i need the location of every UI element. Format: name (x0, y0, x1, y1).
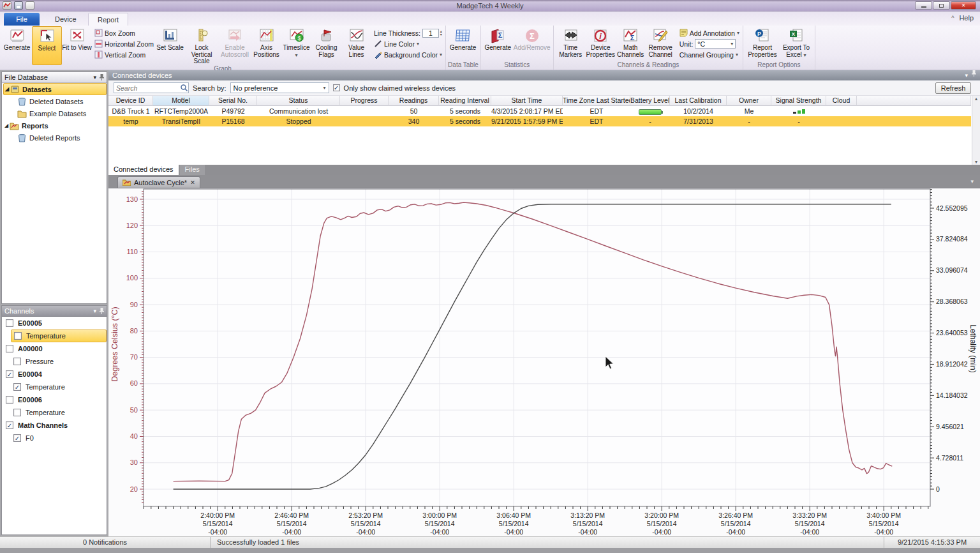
background-color-button[interactable]: Background Color ▾ (374, 50, 442, 59)
pin-icon[interactable] (972, 70, 976, 77)
channel-checkbox[interactable] (6, 319, 13, 327)
close-report-tab-icon[interactable]: ✕ (190, 179, 195, 186)
channel-item-temperature[interactable]: ✓Temperature (11, 381, 107, 393)
box-zoom-button[interactable]: Box Zoom (94, 28, 154, 38)
chart-area[interactable]: 2030405060708090100110120130Degrees Cels… (108, 188, 980, 536)
refresh-button[interactable]: Refresh (935, 82, 971, 94)
help-button[interactable]: Help (959, 14, 974, 22)
channel-checkbox[interactable] (6, 396, 13, 404)
notifications-status[interactable]: 0 Notifications (0, 537, 211, 548)
search-by-select[interactable]: No preference ▾ (230, 82, 329, 93)
tab-file[interactable]: File (4, 13, 40, 26)
channel-checkbox[interactable] (6, 345, 13, 352)
cooling-flags-button[interactable]: Cooling Flags (311, 26, 341, 65)
channel-checkbox[interactable] (13, 358, 21, 365)
channel-item-e00004[interactable]: ✓E00004 (3, 368, 107, 381)
tab-connected-devices[interactable]: Connected devices (108, 165, 179, 175)
generate-graph-button[interactable]: Generate (2, 26, 32, 65)
sidebar-item-deleted-reports[interactable]: Deleted Reports (11, 132, 107, 144)
report-tab[interactable]: Autoclave Cycle* ✕ (117, 176, 200, 188)
sidebar-item-example-datasets[interactable]: Example Datasets (11, 107, 107, 119)
channel-item-a00000[interactable]: A00000 (3, 342, 107, 355)
column-header-readings[interactable]: Readings (389, 96, 439, 106)
minimize-button[interactable] (915, 1, 932, 10)
remove-channel-button[interactable]: Remove Channel (646, 26, 676, 61)
collapse-ribbon-icon[interactable]: ^ (951, 15, 954, 21)
sidebar-item-datasets[interactable]: ◢Datasets (3, 83, 107, 95)
line-thickness-stepper[interactable]: 1 ▴▾ (422, 29, 442, 38)
column-header-progress[interactable]: Progress (340, 96, 389, 106)
tab-list-chevron-icon[interactable]: ▾ (970, 178, 974, 185)
channel-item-f0[interactable]: ✓F0 (11, 432, 107, 444)
vertical-zoom-button[interactable]: Vertical Zoom (94, 50, 154, 59)
chevron-down-icon[interactable]: ▾ (93, 74, 96, 80)
line-color-button[interactable]: Line Color ▾ (374, 39, 442, 49)
channel-checkbox[interactable]: ✓ (6, 421, 13, 429)
column-header-device-id[interactable]: Device ID (108, 96, 153, 106)
claimed-devices-checkbox[interactable]: ✓ (333, 84, 340, 91)
channel-item-e00005[interactable]: E00005 (3, 317, 107, 330)
device-table-scrollbar[interactable]: ▴ ▾ (972, 96, 980, 165)
axis-positions-button[interactable]: Axis Positions (251, 26, 281, 65)
scroll-up-icon[interactable]: ▴ (975, 96, 977, 102)
unit-select[interactable]: °C ▾ (695, 39, 736, 49)
set-scale-button[interactable]: Set Scale (155, 26, 185, 65)
channel-checkbox[interactable] (14, 332, 22, 340)
tree-expander-icon[interactable]: ◢ (3, 123, 10, 128)
value-lines-button[interactable]: Value Lines (341, 26, 371, 65)
channel-checkbox[interactable]: ✓ (6, 370, 13, 378)
tree-expander-icon[interactable]: ◢ (4, 86, 10, 92)
column-header-battery-level[interactable]: Battery Level (630, 96, 670, 106)
device-row-temp[interactable]: tempTransiTempIIP15168Stopped3405 second… (108, 116, 971, 126)
column-header-reading-interval[interactable]: Reading Interval (439, 96, 491, 106)
pin-icon[interactable] (100, 74, 104, 80)
add-annotation-button[interactable]: Add Annotation ▾ (679, 28, 739, 38)
column-header-model[interactable]: Model▴ (153, 96, 209, 106)
column-header-signal-strength[interactable]: Signal Strength (771, 96, 826, 106)
channel-grouping-button[interactable]: Channel Grouping ▾ (679, 50, 739, 59)
autoclave-cycle-chart[interactable]: 2030405060708090100110120130Degrees Cels… (108, 188, 980, 537)
channel-checkbox[interactable] (13, 409, 21, 416)
scroll-down-icon[interactable]: ▾ (975, 159, 977, 165)
column-header-last-calibration[interactable]: Last Calibration (670, 96, 727, 106)
channel-item-pressure[interactable]: Pressure (11, 355, 107, 368)
search-icon[interactable] (180, 84, 188, 92)
tab-files[interactable]: Files (180, 165, 205, 175)
column-header-serial-no-[interactable]: Serial No. (209, 96, 257, 106)
channel-item-temperature[interactable]: Temperature (11, 330, 107, 342)
sidebar-item-deleted-datasets[interactable]: Deleted Datasets (11, 95, 107, 107)
pin-icon[interactable] (100, 308, 104, 314)
sidebar-item-reports[interactable]: ◢Reports (3, 119, 107, 132)
channel-checkbox[interactable]: ✓ (13, 434, 21, 442)
column-header-cloud[interactable]: Cloud (826, 96, 857, 106)
tab-device[interactable]: Device (46, 13, 85, 26)
column-header-status[interactable]: Status (257, 96, 340, 106)
timeslice-button[interactable]: $ Timeslice ▾ (281, 26, 311, 65)
tab-report[interactable]: Report (88, 13, 128, 26)
report-properties-button[interactable]: P Report Properties (745, 26, 780, 61)
channel-item-e00006[interactable]: E00006 (3, 393, 107, 406)
lock-vertical-scale-button[interactable]: Lock Vertical Scale (185, 26, 218, 65)
maximize-button[interactable] (933, 1, 950, 10)
device-properties-button[interactable]: i Device Properties (586, 26, 616, 61)
generate-data-table-button[interactable]: Generate (448, 26, 478, 61)
fit-to-view-button[interactable]: Fit to View (62, 26, 92, 65)
horizontal-zoom-button[interactable]: Horizontal Zoom (94, 39, 154, 49)
time-markers-button[interactable]: Time Markers (556, 26, 586, 61)
device-search-input[interactable] (114, 82, 189, 93)
math-channels-button[interactable]: Σ Math Channels (616, 26, 646, 61)
close-button[interactable]: ✕ (951, 1, 976, 10)
select-button[interactable]: Select (32, 26, 62, 65)
column-header-owner[interactable]: Owner (727, 96, 771, 106)
export-to-excel-button[interactable]: X Export To Excel ▾ (780, 26, 813, 61)
column-header-start-time[interactable]: Start Time (491, 96, 563, 106)
generate-statistics-button[interactable]: Σ Generate (483, 26, 513, 61)
device-row-d-b-truck-1[interactable]: D&B Truck 1RFTCTemp2000AP49792Communicat… (108, 106, 971, 116)
chevron-down-icon[interactable]: ▾ (93, 308, 96, 314)
column-header-time-zone-last-started[interactable]: Time Zone Last Started (563, 96, 630, 106)
chevron-down-icon[interactable]: ▾ (965, 70, 968, 80)
spin-down-icon[interactable]: ▾ (440, 33, 442, 36)
channel-checkbox[interactable]: ✓ (13, 383, 21, 391)
channel-item-math-channels[interactable]: ✓Math Channels (3, 419, 107, 432)
channel-item-temperature[interactable]: Temperature (11, 406, 107, 419)
